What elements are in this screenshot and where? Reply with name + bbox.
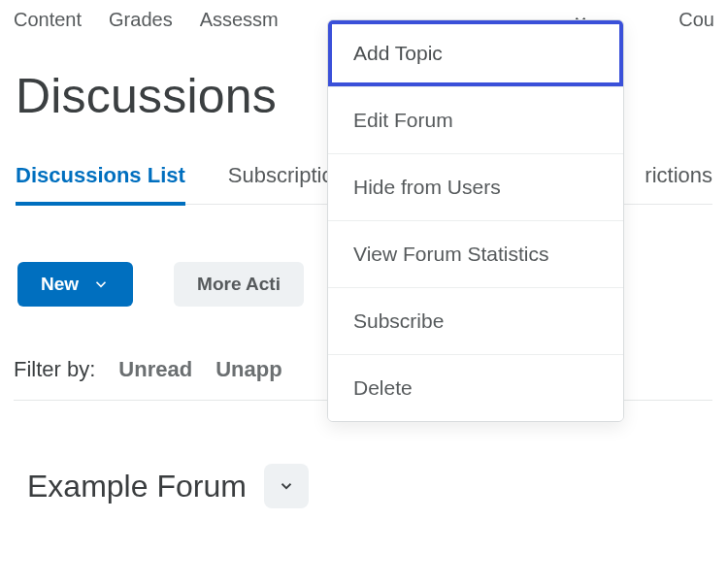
menu-view-statistics[interactable]: View Forum Statistics — [328, 220, 623, 287]
tab-discussions-list[interactable]: Discussions List — [16, 163, 185, 188]
tab-subscriptions[interactable]: Subscriptio — [228, 163, 334, 188]
page-title: Discussions — [16, 68, 277, 124]
forum-row: Example Forum — [27, 464, 309, 508]
tab-restrictions[interactable]: rictions — [645, 163, 712, 188]
nav-course[interactable]: Cou — [678, 9, 714, 31]
more-actions-label: More Acti — [197, 274, 281, 294]
forum-context-menu: Add Topic Edit Forum Hide from Users Vie… — [327, 19, 624, 422]
filter-unapproved[interactable]: Unapp — [215, 357, 281, 382]
menu-subscribe[interactable]: Subscribe — [328, 287, 623, 354]
new-button[interactable]: New — [17, 262, 133, 307]
more-actions-button[interactable]: More Acti — [174, 262, 304, 307]
nav-content[interactable]: Content — [14, 9, 82, 31]
filter-label: Filter by: — [14, 357, 95, 382]
chevron-down-icon — [92, 276, 110, 293]
filter-unread[interactable]: Unread — [118, 357, 192, 382]
menu-delete[interactable]: Delete — [328, 354, 623, 421]
menu-edit-forum[interactable]: Edit Forum — [328, 86, 623, 153]
forum-context-menu-button[interactable] — [264, 464, 309, 508]
nav-assessments[interactable]: Assessm — [200, 9, 279, 31]
menu-add-topic[interactable]: Add Topic — [328, 20, 623, 86]
chevron-down-icon — [278, 477, 295, 495]
new-button-label: New — [41, 274, 79, 295]
action-bar: New More Acti — [17, 262, 304, 307]
menu-hide-from-users[interactable]: Hide from Users — [328, 153, 623, 220]
forum-title[interactable]: Example Forum — [27, 469, 247, 504]
nav-grades[interactable]: Grades — [109, 9, 173, 31]
